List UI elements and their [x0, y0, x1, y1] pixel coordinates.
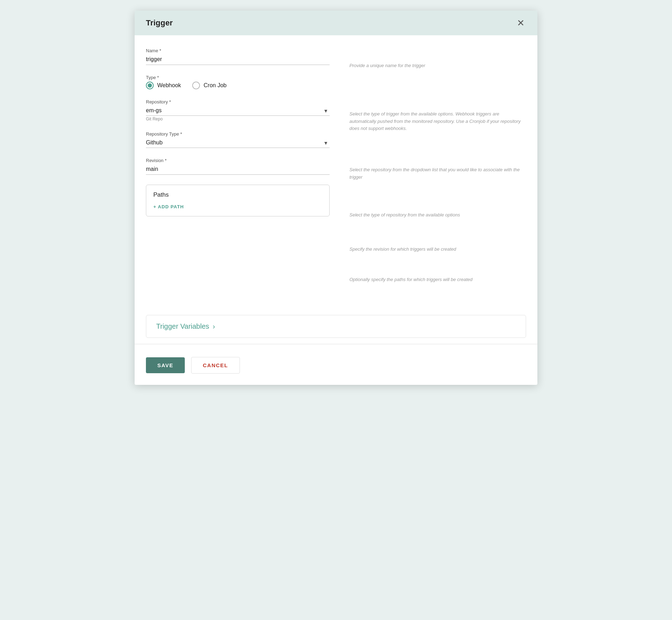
repository-type-field-group: Repository Type * Github ▼ — [146, 131, 330, 148]
modal-header: Trigger ✕ — [135, 11, 537, 35]
repository-field-group: Repository * em-gs ▼ Git Repo — [146, 99, 330, 121]
close-button[interactable]: ✕ — [515, 18, 526, 28]
revision-label: Revision * — [146, 158, 330, 163]
paths-title: Paths — [153, 191, 322, 198]
help-paths: Optionally specify the paths for which t… — [349, 276, 526, 284]
cronjob-label: Cron Job — [204, 82, 226, 89]
trigger-variables-card[interactable]: Trigger Variables › — [146, 315, 526, 338]
name-input[interactable] — [146, 55, 330, 65]
help-repository-type: Select the type of repository from the a… — [349, 211, 526, 219]
help-revision-text: Specify the revision for which triggers … — [349, 246, 456, 252]
cancel-button[interactable]: CANCEL — [191, 357, 240, 374]
paths-box: Paths + ADD PATH — [146, 185, 330, 216]
cronjob-radio-label[interactable]: Cron Job — [192, 82, 226, 89]
help-repository-type-text: Select the type of repository from the a… — [349, 212, 460, 217]
modal-title: Trigger — [146, 18, 173, 28]
repository-select[interactable]: em-gs — [146, 106, 330, 116]
help-name: Provide a unique name for the trigger — [349, 62, 526, 70]
revision-field-group: Revision * — [146, 158, 330, 175]
type-label: Type * — [146, 75, 330, 80]
form-section: Name * Type * Webhook Cron Job — [146, 48, 330, 302]
repository-type-label: Repository Type * — [146, 131, 330, 137]
trigger-variables-section: Trigger Variables › — [135, 302, 537, 338]
modal-body: Name * Type * Webhook Cron Job — [135, 35, 537, 302]
add-path-button[interactable]: + ADD PATH — [153, 204, 184, 209]
revision-input[interactable] — [146, 165, 330, 175]
name-field-group: Name * — [146, 48, 330, 65]
help-name-text: Provide a unique name for the trigger — [349, 63, 425, 68]
name-label: Name * — [146, 48, 330, 53]
repository-type-select-wrapper: Github ▼ — [146, 138, 330, 148]
type-field-group: Type * Webhook Cron Job — [146, 75, 330, 89]
save-button[interactable]: SAVE — [146, 357, 185, 373]
cronjob-radio[interactable] — [192, 82, 200, 89]
modal-footer: SAVE CANCEL — [135, 344, 537, 385]
help-type-text: Select the type of trigger from the avai… — [349, 111, 521, 131]
trigger-variables-label: Trigger Variables — [156, 322, 209, 330]
repository-label: Repository * — [146, 99, 330, 105]
help-paths-text: Optionally specify the paths for which t… — [349, 277, 472, 282]
help-repository-text: Select the repository from the dropdown … — [349, 167, 520, 180]
repository-type-select[interactable]: Github — [146, 138, 330, 148]
trigger-variables-chevron: › — [213, 322, 215, 330]
help-repository: Select the repository from the dropdown … — [349, 166, 526, 181]
repository-sublabel: Git Repo — [146, 117, 330, 121]
repository-select-wrapper: em-gs ▼ — [146, 106, 330, 116]
webhook-label: Webhook — [157, 82, 181, 89]
webhook-radio-label[interactable]: Webhook — [146, 82, 181, 89]
help-revision: Specify the revision for which triggers … — [349, 246, 526, 253]
modal: Trigger ✕ Name * Type * Webhook — [135, 11, 537, 385]
help-type: Select the type of trigger from the avai… — [349, 111, 526, 132]
type-radio-group: Webhook Cron Job — [146, 82, 330, 89]
help-section: Provide a unique name for the trigger Se… — [330, 48, 526, 302]
webhook-radio[interactable] — [146, 82, 154, 89]
